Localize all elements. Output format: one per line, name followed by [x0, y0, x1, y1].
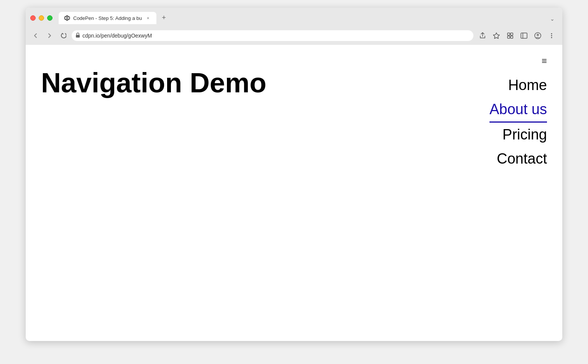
- extensions-button[interactable]: [504, 30, 516, 41]
- svg-rect-8: [508, 36, 510, 38]
- toolbar-icons: [476, 30, 558, 41]
- forward-button[interactable]: [44, 31, 55, 40]
- page-title: Navigation Demo: [41, 68, 547, 98]
- nav-link-contact[interactable]: Contact: [497, 147, 547, 171]
- svg-point-15: [551, 35, 552, 36]
- more-menu-button[interactable]: [545, 30, 558, 41]
- lock-icon: [76, 33, 80, 39]
- navigation-sidebar: ≡ Home About us Pricing Contact: [489, 56, 547, 171]
- hamburger-icon[interactable]: ≡: [542, 56, 547, 66]
- bookmark-button[interactable]: [490, 30, 503, 41]
- svg-rect-4: [76, 35, 80, 38]
- svg-point-13: [537, 34, 539, 36]
- address-bar: [26, 27, 562, 45]
- page-content: Navigation Demo ≡ Home About us Pricing …: [26, 45, 562, 336]
- nav-links: Home About us Pricing Contact: [489, 73, 547, 171]
- tab-favicon: [64, 15, 70, 21]
- traffic-lights: [30, 15, 53, 21]
- browser-window: CodePen - Step 5: Adding a bu × + ⌄: [26, 8, 562, 341]
- tab-close-button[interactable]: ×: [145, 15, 151, 21]
- share-button[interactable]: [476, 30, 489, 41]
- minimize-button[interactable]: [39, 15, 44, 21]
- active-tab[interactable]: CodePen - Step 5: Adding a bu ×: [59, 12, 156, 24]
- address-input[interactable]: [72, 30, 473, 41]
- sidebar-toggle-button[interactable]: [518, 30, 530, 41]
- nav-link-pricing[interactable]: Pricing: [503, 123, 547, 147]
- title-bar-top: CodePen - Step 5: Adding a bu × + ⌄: [30, 11, 558, 24]
- svg-marker-5: [493, 33, 499, 39]
- svg-point-16: [551, 37, 552, 38]
- tab-title: CodePen - Step 5: Adding a bu: [73, 15, 142, 21]
- tabs-row: CodePen - Step 5: Adding a bu × + ⌄: [59, 11, 558, 24]
- nav-link-home[interactable]: Home: [508, 73, 547, 97]
- new-tab-button[interactable]: +: [158, 11, 170, 24]
- close-button[interactable]: [30, 15, 36, 21]
- svg-rect-9: [511, 36, 513, 38]
- maximize-button[interactable]: [47, 15, 53, 21]
- nav-link-about[interactable]: About us: [489, 97, 547, 123]
- refresh-button[interactable]: [58, 31, 69, 40]
- back-button[interactable]: [30, 31, 41, 40]
- svg-rect-10: [521, 33, 527, 38]
- address-field-container: [72, 30, 473, 41]
- svg-point-14: [551, 33, 552, 34]
- profile-button[interactable]: [532, 30, 544, 41]
- tab-dropdown-button[interactable]: ⌄: [547, 13, 558, 24]
- svg-rect-7: [511, 33, 513, 35]
- svg-rect-6: [508, 33, 510, 35]
- title-bar: CodePen - Step 5: Adding a bu × + ⌄: [26, 8, 562, 27]
